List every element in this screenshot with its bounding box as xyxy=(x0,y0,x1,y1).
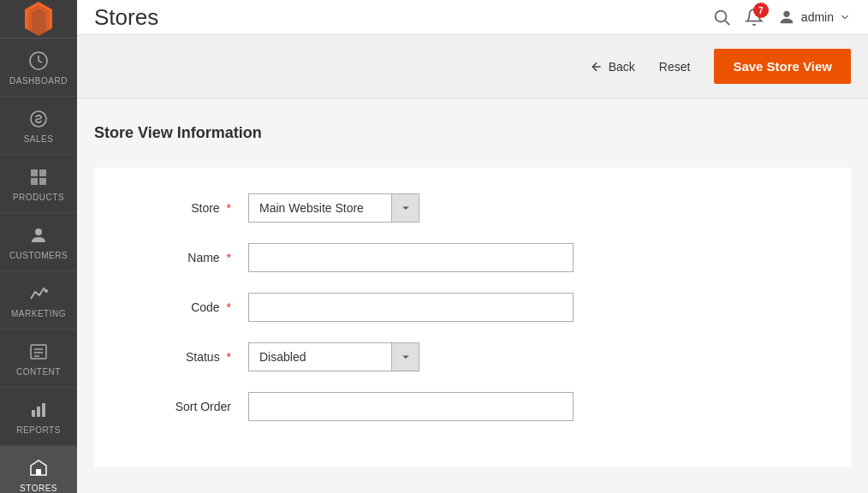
sort-order-input[interactable] xyxy=(248,392,574,421)
svg-point-10 xyxy=(45,289,48,293)
back-label: Back xyxy=(609,60,635,74)
status-select-arrow xyxy=(391,343,419,371)
sidebar-item-customers[interactable]: CUSTOMERS xyxy=(0,213,77,271)
notification-wrapper: 7 xyxy=(745,8,764,27)
svg-line-20 xyxy=(725,21,729,25)
code-field-row: Code * xyxy=(111,293,834,322)
sidebar: DASHBOARD SALES PRODUCTS xyxy=(0,0,77,493)
svg-rect-15 xyxy=(32,410,35,417)
sidebar-item-sales[interactable]: SALES xyxy=(0,97,77,155)
reset-button[interactable]: Reset xyxy=(649,53,701,80)
svg-rect-6 xyxy=(39,169,46,176)
search-icon xyxy=(712,8,731,27)
svg-rect-5 xyxy=(31,169,38,176)
code-required-star: * xyxy=(227,300,231,314)
svg-point-21 xyxy=(783,11,789,17)
sidebar-item-reports-label: REPORTS xyxy=(16,425,61,435)
store-label: Store * xyxy=(111,201,248,215)
svg-point-19 xyxy=(716,11,727,22)
admin-menu[interactable]: admin xyxy=(777,8,851,27)
sidebar-item-stores-label: STORES xyxy=(20,484,57,493)
code-label: Code * xyxy=(111,300,248,314)
search-button[interactable] xyxy=(712,8,731,27)
admin-label: admin xyxy=(801,10,834,24)
save-store-view-button[interactable]: Save Store View xyxy=(714,49,851,84)
store-select-arrow xyxy=(391,194,419,222)
svg-marker-2 xyxy=(32,9,45,36)
sales-icon xyxy=(27,107,51,131)
sort-order-label: Sort Order xyxy=(111,400,248,413)
marketing-icon xyxy=(27,282,51,306)
content-icon xyxy=(27,340,51,364)
header-actions: 7 admin xyxy=(712,8,851,27)
products-icon xyxy=(27,165,51,189)
status-field-row: Status * Disabled Enabled xyxy=(111,342,834,371)
name-required-star: * xyxy=(227,251,231,264)
svg-rect-16 xyxy=(37,407,40,417)
sort-order-field-row: Sort Order xyxy=(111,392,834,421)
action-toolbar: Back Reset Save Store View xyxy=(77,35,868,98)
customers-icon xyxy=(27,223,51,247)
back-button[interactable]: Back xyxy=(590,60,635,74)
user-icon xyxy=(777,8,796,27)
sidebar-item-products[interactable]: PRODUCTS xyxy=(0,155,77,213)
store-view-form: Store * Main Website Store xyxy=(94,168,851,467)
status-required-star: * xyxy=(227,350,231,364)
sidebar-item-reports[interactable]: REPORTS xyxy=(0,388,77,446)
sidebar-item-dashboard-label: DASHBOARD xyxy=(9,76,68,86)
store-select-wrapper: Main Website Store xyxy=(248,193,419,223)
store-required-star: * xyxy=(227,201,231,215)
page-title: Stores xyxy=(94,4,158,31)
svg-rect-17 xyxy=(42,403,45,417)
reset-label: Reset xyxy=(659,60,691,74)
store-select[interactable]: Main Website Store xyxy=(249,194,391,222)
name-field-row: Name * xyxy=(111,243,834,272)
sidebar-item-content-label: CONTENT xyxy=(16,367,61,377)
code-input[interactable] xyxy=(248,293,574,322)
notification-badge: 7 xyxy=(753,3,769,18)
name-label: Name * xyxy=(111,251,248,264)
status-select[interactable]: Disabled Enabled xyxy=(249,343,391,371)
section-title: Store View Information xyxy=(94,124,851,142)
reports-icon xyxy=(27,398,51,422)
magento-logo-icon xyxy=(20,0,57,38)
sidebar-item-products-label: PRODUCTS xyxy=(13,193,64,202)
sidebar-item-marketing-label: MARKETING xyxy=(11,309,66,318)
page-header: Stores 7 xyxy=(77,0,868,35)
svg-rect-18 xyxy=(36,469,41,475)
sidebar-item-content[interactable]: CONTENT xyxy=(0,330,77,388)
sidebar-item-marketing[interactable]: MARKETING xyxy=(0,271,77,330)
sidebar-logo xyxy=(0,0,77,39)
dashboard-icon xyxy=(27,49,51,73)
status-label: Status * xyxy=(111,350,248,364)
main-content: Stores 7 xyxy=(77,0,868,493)
svg-rect-8 xyxy=(39,178,46,185)
status-select-wrapper: Disabled Enabled xyxy=(248,342,419,371)
chevron-down-icon xyxy=(839,11,851,23)
sidebar-item-sales-label: SALES xyxy=(24,134,54,144)
sidebar-item-dashboard[interactable]: DASHBOARD xyxy=(0,39,77,97)
chevron-down-icon xyxy=(401,352,411,362)
arrow-left-icon xyxy=(590,60,603,74)
store-field-row: Store * Main Website Store xyxy=(111,193,834,223)
save-label: Save Store View xyxy=(733,59,832,74)
stores-icon xyxy=(27,456,51,480)
name-input[interactable] xyxy=(248,243,574,272)
chevron-down-icon xyxy=(401,203,411,213)
sidebar-item-customers-label: CUSTOMERS xyxy=(9,251,68,260)
content-area: Store View Information Store * Main Webs… xyxy=(77,98,868,493)
sidebar-item-stores[interactable]: STORES xyxy=(0,446,77,493)
svg-point-9 xyxy=(35,229,42,235)
svg-rect-7 xyxy=(31,178,38,185)
